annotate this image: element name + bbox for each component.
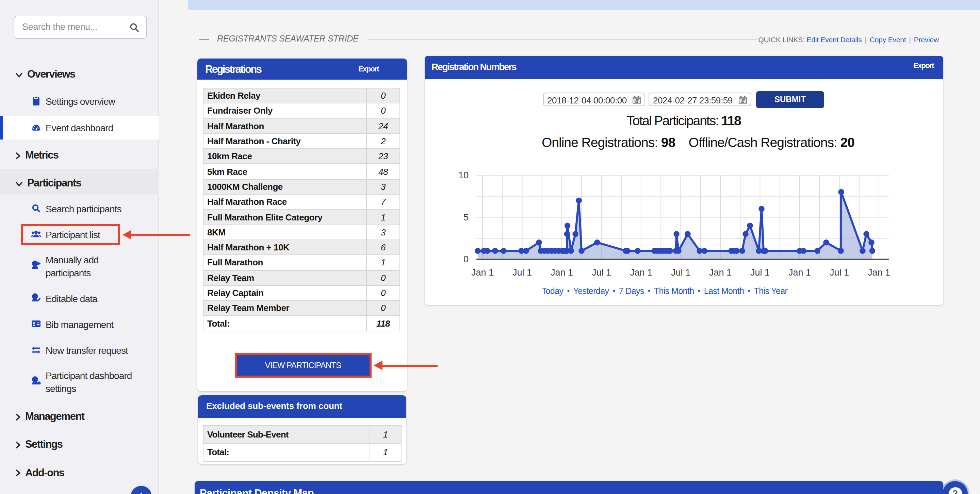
svg-text:Jan 1: Jan 1 [471, 267, 493, 278]
svg-text:Jul 1: Jul 1 [829, 267, 849, 278]
svg-text:Jan 1: Jan 1 [867, 267, 890, 278]
svg-text:Jan 1: Jan 1 [709, 267, 731, 278]
svg-text:Jul 1: Jul 1 [750, 267, 769, 278]
svg-text:Jul 1: Jul 1 [671, 267, 690, 278]
svg-text:Jul 1: Jul 1 [592, 267, 611, 278]
svg-text:Jan 1: Jan 1 [550, 267, 573, 278]
svg-text:5: 5 [463, 212, 468, 222]
svg-text:10: 10 [458, 170, 468, 180]
svg-text:Jul 1: Jul 1 [512, 267, 531, 278]
svg-text:Jan 1: Jan 1 [788, 267, 811, 278]
svg-text:0: 0 [463, 254, 468, 264]
svg-text:Jan 1: Jan 1 [630, 267, 652, 278]
